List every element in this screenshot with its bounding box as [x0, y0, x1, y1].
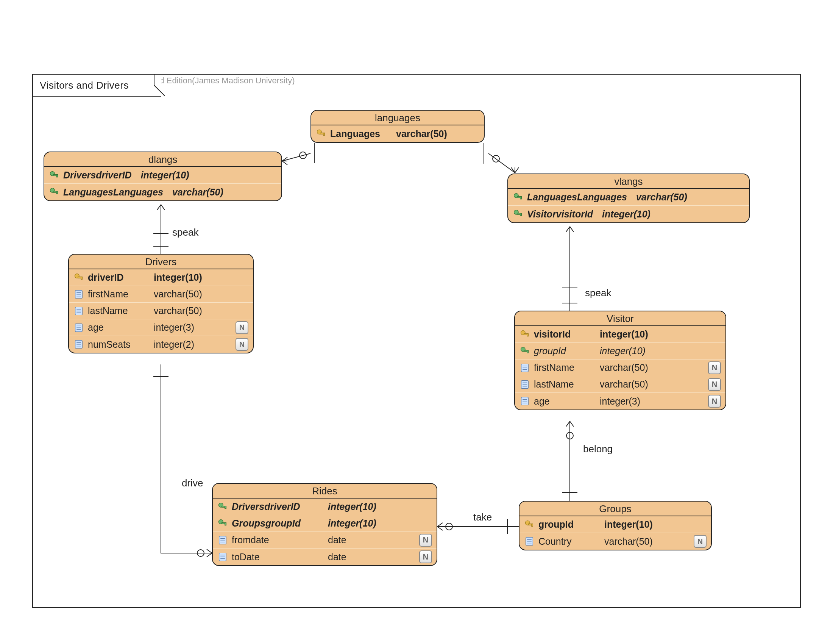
- nullable-badge: N: [708, 378, 721, 391]
- table-row: age integer(3) N: [515, 393, 725, 409]
- col-type: varchar(50): [636, 192, 687, 203]
- col-name: GroupsgroupId: [232, 518, 328, 529]
- col-type: integer(10): [602, 209, 651, 220]
- diagram-page: Visual Paradigm for UML Standard Edition…: [0, 0, 833, 644]
- nullable-badge: N: [419, 534, 432, 547]
- rel-label-drive: drive: [182, 477, 203, 489]
- col-type: integer(3): [600, 396, 640, 407]
- table-row: lastName varchar(50) N: [515, 376, 725, 393]
- rel-label-take: take: [473, 511, 492, 523]
- rel-label-belong: belong: [583, 443, 613, 455]
- column-icon: [519, 379, 530, 390]
- col-type: varchar(50): [154, 305, 202, 316]
- table-row: LanguagesLanguages varchar(50): [508, 189, 749, 206]
- table-row: fromdate date N: [213, 532, 437, 549]
- column-icon: [217, 552, 228, 562]
- foreign-key-icon: [49, 187, 60, 197]
- entity-title: vlangs: [508, 174, 749, 189]
- col-name: LanguagesLanguages: [63, 187, 172, 198]
- col-name: groupId: [539, 519, 604, 530]
- entity-title: languages: [311, 111, 484, 126]
- table-row: LanguagesLanguages varchar(50): [44, 184, 281, 200]
- entity-title: Drivers: [69, 254, 253, 269]
- col-name: age: [88, 322, 154, 333]
- rel-label-speak-visitor: speak: [585, 287, 611, 299]
- table-row: groupId integer(10): [515, 343, 725, 359]
- col-type: integer(10): [328, 518, 376, 529]
- entity-rides[interactable]: Rides DriversdriverID integer(10) Groups…: [212, 483, 437, 566]
- foreign-key-icon: [217, 502, 228, 512]
- table-row: driverID integer(10): [69, 269, 253, 286]
- col-name: DriversdriverID: [232, 501, 328, 512]
- table-row: DriversdriverID integer(10): [213, 499, 437, 515]
- table-row: Languages varchar(50): [311, 126, 484, 142]
- entity-languages[interactable]: languages Languages varchar(50): [310, 110, 485, 143]
- entity-title: dlangs: [44, 152, 281, 167]
- col-type: integer(10): [600, 346, 646, 356]
- col-type: varchar(50): [600, 379, 648, 390]
- entity-visitor[interactable]: Visitor visitorId integer(10) groupId in…: [514, 311, 726, 410]
- svg-rect-22: [81, 277, 82, 279]
- nullable-badge: N: [708, 395, 721, 407]
- col-name: DriversdriverID: [63, 170, 141, 181]
- svg-rect-16: [520, 196, 522, 199]
- column-icon: [519, 362, 530, 373]
- svg-rect-73: [532, 523, 533, 526]
- column-icon: [74, 339, 84, 349]
- frame-title: Visitors and Drivers: [40, 80, 129, 91]
- table-row: groupId integer(10): [519, 516, 711, 533]
- nullable-badge: N: [235, 321, 248, 334]
- entity-groups[interactable]: Groups groupId integer(10) Country varch…: [519, 501, 712, 551]
- primary-key-icon: [524, 519, 535, 530]
- foreign-key-icon: [217, 518, 228, 529]
- svg-rect-19: [520, 213, 522, 216]
- foreign-key-icon: [513, 192, 523, 203]
- col-type: varchar(50): [604, 536, 653, 547]
- table-row: toDate date N: [213, 549, 437, 565]
- nullable-badge: N: [235, 338, 248, 351]
- col-type: varchar(50): [396, 129, 447, 139]
- col-type: integer(10): [154, 272, 202, 283]
- column-icon: [74, 322, 84, 333]
- col-type: integer(10): [604, 519, 653, 530]
- column-icon: [74, 289, 84, 299]
- col-name: numSeats: [88, 339, 154, 350]
- col-type: date: [328, 535, 346, 546]
- col-name: driverID: [88, 272, 154, 283]
- svg-rect-62: [225, 522, 227, 525]
- table-row: firstName varchar(50): [69, 286, 253, 303]
- table-row: age integer(3) N: [69, 319, 253, 336]
- entity-dlangs[interactable]: dlangs DriversdriverID integer(10) Langu…: [43, 151, 282, 201]
- column-icon: [217, 535, 228, 546]
- svg-rect-13: [56, 191, 58, 194]
- col-name: lastName: [88, 305, 154, 316]
- entity-drivers[interactable]: Drivers driverID integer(10) firstName v…: [68, 254, 254, 353]
- svg-rect-41: [527, 333, 529, 336]
- svg-rect-10: [56, 174, 58, 177]
- col-type: integer(10): [328, 501, 376, 512]
- svg-rect-44: [527, 350, 529, 353]
- foreign-key-icon: [513, 209, 523, 219]
- foreign-key-icon: [49, 170, 60, 181]
- col-type: varchar(50): [600, 362, 648, 373]
- table-row: visitorId integer(10): [515, 326, 725, 343]
- column-icon: [74, 306, 84, 316]
- col-type: integer(3): [154, 322, 194, 333]
- table-row: GroupsgroupId integer(10): [213, 515, 437, 532]
- nullable-badge: N: [694, 535, 706, 548]
- entity-title: Rides: [213, 484, 437, 499]
- col-name: firstName: [534, 362, 600, 373]
- col-type: integer(10): [141, 170, 189, 181]
- primary-key-icon: [316, 129, 326, 139]
- col-name: age: [534, 396, 600, 407]
- column-icon: [524, 536, 535, 547]
- table-row: lastName varchar(50): [69, 303, 253, 319]
- rel-label-speak-drivers: speak: [172, 227, 198, 238]
- table-row: DriversdriverID integer(10): [44, 167, 281, 184]
- entity-vlangs[interactable]: vlangs LanguagesLanguages varchar(50) Vi…: [507, 174, 750, 223]
- col-name: Languages: [330, 129, 396, 139]
- foreign-key-icon: [519, 346, 530, 356]
- col-type: varchar(50): [154, 289, 202, 299]
- col-type: integer(10): [600, 329, 648, 340]
- col-type: date: [328, 552, 346, 563]
